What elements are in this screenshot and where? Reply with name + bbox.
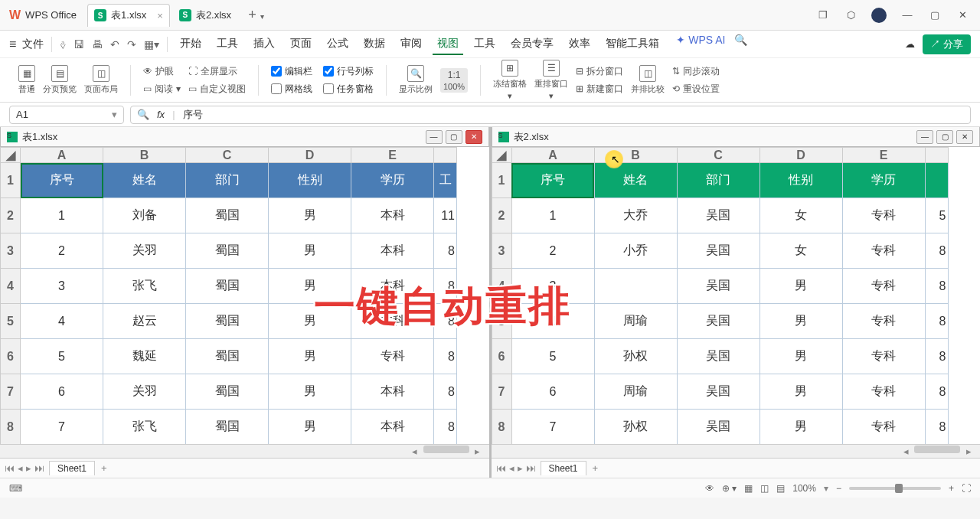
row-header[interactable]: 5 <box>1 304 21 339</box>
normal-view-button[interactable]: ▦普通 <box>18 65 35 95</box>
menu-review[interactable]: 审阅 <box>396 34 426 55</box>
cell[interactable]: 5 <box>21 339 103 374</box>
sheet-tab[interactable]: Sheet1 <box>541 461 586 475</box>
cell[interactable]: 本科 <box>351 198 434 233</box>
save-icon[interactable]: 🖫 <box>74 38 84 51</box>
cell[interactable]: 蜀国 <box>186 374 269 410</box>
status-indicator-icon[interactable]: ⌨ <box>9 483 22 494</box>
cell-reference-box[interactable]: A1 ▾ <box>9 106 124 124</box>
sheet-tab[interactable]: Sheet1 <box>49 461 95 475</box>
cell[interactable]: 专科 <box>842 269 925 304</box>
close-icon[interactable]: ✕ <box>956 8 969 22</box>
pane-maximize-icon[interactable]: ▢ <box>446 130 462 144</box>
avatar-icon[interactable] <box>871 8 887 23</box>
cell[interactable]: 本科 <box>351 269 434 304</box>
table-header-cell[interactable] <box>925 163 948 198</box>
cell[interactable]: 关羽 <box>103 233 186 269</box>
search-icon[interactable]: 🔍 <box>734 34 747 55</box>
column-header[interactable]: C <box>677 148 760 163</box>
cell[interactable]: 1 <box>511 198 594 233</box>
clipboard-icon[interactable]: ▦▾ <box>144 38 159 51</box>
pane-minimize-icon[interactable]: — <box>916 130 933 144</box>
cell[interactable]: 刘备 <box>103 198 186 233</box>
cell[interactable]: 男 <box>760 374 842 410</box>
cell[interactable]: 8 <box>925 269 948 304</box>
cell[interactable]: 2 <box>511 233 594 269</box>
cell[interactable]: 关羽 <box>103 374 186 410</box>
cell[interactable]: 魏延 <box>103 339 186 374</box>
taskpane-checkbox[interactable]: 任务窗格 <box>323 83 374 96</box>
table-header-cell[interactable]: 工 <box>434 163 457 198</box>
cell[interactable]: 小乔 <box>594 233 677 269</box>
cell[interactable]: 8 <box>434 269 457 304</box>
rearrange-button[interactable]: ☰重排窗口 ▾ <box>534 60 568 101</box>
cell[interactable]: 8 <box>434 304 457 339</box>
column-header[interactable]: B <box>594 148 677 163</box>
search-icon[interactable]: 🔍 <box>137 109 149 120</box>
add-sheet-button[interactable]: + <box>586 462 605 474</box>
cell[interactable]: 8 <box>925 374 948 410</box>
chevron-down-icon[interactable]: ▾ <box>112 109 117 120</box>
row-header[interactable]: 5 <box>492 304 511 339</box>
pane-maximize-icon[interactable]: ▢ <box>936 130 953 144</box>
eye-icon[interactable]: 👁 <box>705 483 714 494</box>
eye-care-button[interactable]: 👁护眼 <box>143 65 181 78</box>
menu-page[interactable]: 页面 <box>286 34 316 55</box>
cell[interactable] <box>594 269 677 304</box>
cell[interactable]: 专科 <box>351 339 434 374</box>
scroll-right-icon[interactable]: ▸ <box>962 446 975 457</box>
cell[interactable]: 男 <box>760 269 842 304</box>
formula-input[interactable]: 🔍 fx | 序号 <box>130 106 971 124</box>
undo-icon[interactable]: ↶ <box>110 38 119 51</box>
cell[interactable]: 孙权 <box>594 339 677 374</box>
zoom-ratio-button[interactable]: 🔍显示比例 <box>399 65 433 95</box>
row-header[interactable]: 8 <box>492 410 511 445</box>
menu-efficiency[interactable]: 效率 <box>564 34 595 55</box>
table-header-cell[interactable]: 姓名 <box>594 163 677 198</box>
sheet-nav-last-icon[interactable]: ⏭ <box>526 462 536 474</box>
table-header-cell[interactable]: 序号 <box>21 163 103 198</box>
cloud-icon[interactable]: ☁ <box>905 38 915 50</box>
cell[interactable]: 本科 <box>351 374 434 410</box>
sheet-nav-prev-icon[interactable]: ◂ <box>18 462 23 474</box>
new-window-button[interactable]: ⊞新建窗口 <box>576 83 623 96</box>
cell[interactable]: 8 <box>434 410 457 445</box>
row-header[interactable]: 7 <box>1 374 21 410</box>
sheet-nav-first-icon[interactable]: ⏮ <box>496 462 506 474</box>
cell[interactable]: 男 <box>269 269 351 304</box>
sheet-nav-prev-icon[interactable]: ◂ <box>509 462 514 474</box>
cell[interactable]: 吴国 <box>677 339 760 374</box>
table-header-cell[interactable]: 部门 <box>186 163 269 198</box>
view-page-icon[interactable]: ◫ <box>760 483 769 494</box>
cell[interactable]: 6 <box>511 374 594 410</box>
cell[interactable]: 专科 <box>842 304 925 339</box>
fullscreen-icon[interactable]: ⛶ <box>962 483 971 494</box>
column-header[interactable]: E <box>351 148 434 163</box>
scroll-left-icon[interactable]: ◂ <box>899 446 913 457</box>
cell[interactable]: 8 <box>925 233 948 269</box>
cell[interactable]: 周瑜 <box>594 304 677 339</box>
file-menu[interactable]: 文件 <box>22 38 44 51</box>
cell[interactable]: 男 <box>269 198 351 233</box>
cell[interactable]: 吴国 <box>677 410 760 445</box>
zoom-slider[interactable] <box>849 487 941 490</box>
document-tab-2[interactable]: S 表2.xlsx <box>173 4 237 27</box>
menu-data[interactable]: 数据 <box>359 34 390 55</box>
cell[interactable]: 本科 <box>351 410 434 445</box>
cell[interactable]: 专科 <box>842 339 925 374</box>
add-sheet-button[interactable]: + <box>95 462 113 474</box>
cell[interactable]: 11 <box>434 198 457 233</box>
row-header[interactable]: 2 <box>492 198 511 233</box>
cell[interactable]: 6 <box>21 374 103 410</box>
focus-icon[interactable]: ⊕ ▾ <box>722 483 737 494</box>
scroll-thumb[interactable] <box>423 446 469 453</box>
redo-icon[interactable]: ↷ <box>127 38 136 51</box>
row-header[interactable]: 6 <box>1 339 21 374</box>
fullscreen-button[interactable]: ⛶全屏显示 <box>188 65 246 78</box>
table-header-cell[interactable]: 学历 <box>351 163 434 198</box>
cell[interactable]: 吴国 <box>677 304 760 339</box>
cell[interactable]: 3 <box>21 269 103 304</box>
row-header[interactable]: 2 <box>1 198 21 233</box>
zoom-out-button[interactable]: − <box>836 483 841 494</box>
view-normal-icon[interactable]: ▦ <box>744 483 753 494</box>
